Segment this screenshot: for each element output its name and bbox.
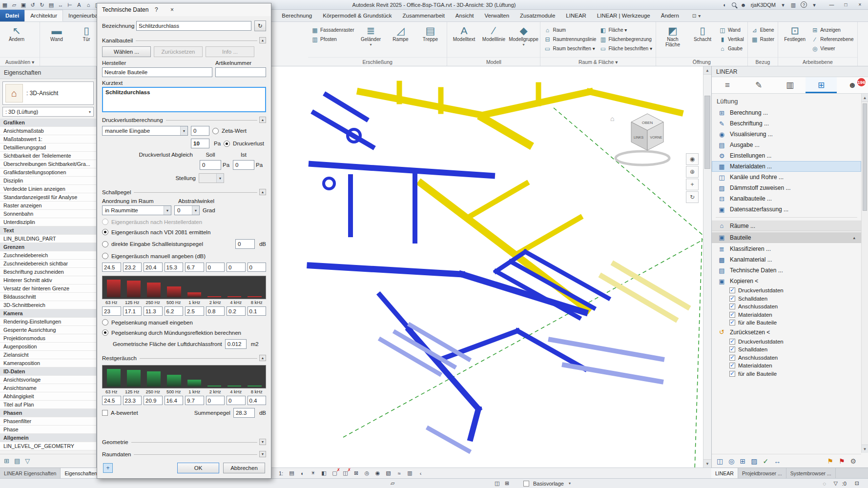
anordnung-combo[interactable]: in Raummitte▼ [102,205,171,215]
linear-item-visualization-icon[interactable]: ◉Visualisierung ... [712,129,861,140]
bezeichnung-input[interactable]: Schlitzdurchlass [136,21,251,31]
maximize-button[interactable]: □ [839,0,853,9]
eigengeraeusch-value-input[interactable]: 20.4 [144,263,163,272]
property-row[interactable]: Phase [0,426,96,434]
view-cube[interactable]: ⌂ OBEN LINKS VORNE [610,114,669,165]
dialog-close-button[interactable]: × [164,3,180,16]
a-bewertet-checkbox[interactable] [102,410,108,416]
eigengeraeusch-value-input[interactable]: 0 [227,263,246,272]
help-icon[interactable]: ? [801,1,807,8]
big-button-model-line-icon[interactable]: ∕Modelllinie [480,23,507,42]
flaeche-input[interactable]: 0.012 [225,339,247,349]
restgeraeusch-value-input[interactable]: 9.7 [185,396,204,405]
duct-tool-icon[interactable]: ◫ [717,457,723,465]
bottom-tab-projektbrowser-[interactable]: Projektbrowser ... [738,468,786,478]
parts-tool-icon[interactable]: ⊞ [740,457,745,465]
section-restgeraeusch[interactable]: Restgeräusch ▲ [102,354,266,363]
orbit-icon[interactable]: ↻ [686,191,699,203]
property-group-row[interactable]: Kamera [0,309,96,318]
stellung-combo[interactable]: ▼ [199,173,224,183]
big-button-railing-icon[interactable]: ≣Geländer▾ [357,23,384,47]
small-button-ref-plane-icon[interactable]: ∕Referenzebene [811,35,853,43]
ribbon-tab-ansicht[interactable]: Ansicht [450,10,479,21]
bottom-tab-systembrowser-[interactable]: Systembrowser ... [786,468,836,478]
property-row[interactable]: Ansichtsvorlage [0,376,96,384]
checked-checkbox[interactable] [729,363,735,368]
scroll-up-icon[interactable]: ▲ [703,66,711,75]
property-row[interactable]: Zuschneidebereich [0,251,96,260]
property-group-row[interactable]: Text [0,226,96,235]
section-collapse-icon[interactable]: ▲ [259,355,266,361]
panel-label-auswaehlen[interactable]: Auswählen ▾ [0,57,40,66]
open-icon[interactable]: ▱ [11,0,17,9]
linear-item-settings-gear-icon[interactable]: ⚙Einstellungen ... [712,150,861,161]
home-icon[interactable]: ⌂ [610,115,614,122]
canvas-vertical-scrollbar[interactable]: ▲ ▼ [703,66,711,468]
property-row[interactable]: Detaillierungsgrad [0,143,96,152]
linear-item-duct-material-icon[interactable]: ▩Kanalmaterial ... [712,254,861,265]
big-button-model-text-icon[interactable]: AModelltext [451,23,477,42]
option-checkbox-row[interactable]: Druckverlustdaten [712,286,861,295]
linear-item-ducts-pipes-icon[interactable]: ◫Kanäle und Rohre ... [712,172,861,183]
property-row[interactable]: Maßstabswert 1: [0,135,96,143]
druckverlust-radio[interactable] [224,141,230,147]
artikelnummer-input[interactable] [215,67,266,77]
ribbon-tab-berechnung[interactable]: Berechnung [276,10,317,21]
option-checkbox-row[interactable]: für alle Bauteile [712,319,861,327]
section-expand-icon[interactable]: ▼ [259,451,266,457]
pegelsenkung-value-input[interactable]: 23 [102,306,121,316]
property-group-row[interactable]: Grenzen [0,243,96,251]
property-row[interactable]: LIN_BUILDING_PART [0,235,96,243]
design-option-label[interactable]: Basisvorlage [533,479,564,488]
ok-button[interactable]: OK [177,463,219,473]
linear-scroll-down-icon[interactable]: ▼ [862,445,868,453]
small-button-level-icon[interactable]: ⊿Ebene [751,26,774,34]
restgeraeusch-value-input[interactable]: 23.3 [123,396,142,405]
property-row[interactable]: Abhängigkeit [0,392,96,401]
eigengeraeusch-vdi-radio[interactable] [102,229,108,235]
restgeraeusch-value-input[interactable]: 16.4 [165,396,184,405]
shadows-icon[interactable]: ◧ [319,469,329,477]
redo-icon[interactable]: ↻ [39,0,45,9]
props-filter-icon[interactable]: ▽ [25,457,30,465]
panel-label[interactable]: Raum & Fläche ▾ [540,57,655,66]
checked-checkbox[interactable] [729,355,735,361]
pegelsenkung-manuell-radio[interactable] [102,319,108,325]
zoom-icon[interactable]: ⊕ [686,166,699,178]
small-button-area-boundary-icon[interactable]: ▥Flächenbegrenzung [599,35,652,43]
checked-checkbox[interactable] [729,296,735,302]
cancel-button[interactable]: Abbrechen [223,463,265,473]
bottom-tab-linear-eigenschaften[interactable]: LINEAR Eigenschaften [0,468,61,478]
kurztext-textarea[interactable]: Schlitzdurchlass [102,87,266,112]
small-button-vertical-opening-icon[interactable]: ▮Vertikal [719,35,744,43]
worksharing-display-icon[interactable]: ▥ [405,469,414,477]
linear-item-duct-parts-icon[interactable]: ⊟Kanalbauteile ... [712,193,861,204]
big-button-shaft-opening-icon[interactable]: ▯Schacht [689,23,716,42]
section-expand-icon[interactable]: ▼ [259,439,266,445]
big-button-opening-by-face-icon[interactable]: ◩Nach Fläche [660,23,686,47]
property-row[interactable]: Unterdisziplin [0,218,96,226]
ribbon-tab-linear[interactable]: LINEAR [560,10,592,21]
schallleistung-input[interactable]: 0 [235,239,255,249]
small-button-room-icon[interactable]: ⌂Raum [544,26,596,34]
tool-settings-icon[interactable]: ⚙ [850,457,856,465]
big-button-model-group-icon[interactable]: ◆Modellgruppe▾ [510,23,537,47]
press-drag-toggle-icon[interactable]: ⊡ [855,479,859,488]
pegelsenkung-reflektion-radio[interactable] [102,329,108,336]
property-row[interactable]: Bildausschnitt [0,293,96,301]
temporary-properties-icon[interactable]: ▧ [384,469,393,477]
option-checkbox-row[interactable]: Materialdaten [712,362,861,370]
property-row[interactable]: Gesperrte Ausrichtung [0,326,96,334]
pegelsenkung-value-input[interactable]: 2.5 [185,306,204,316]
scroll-down-icon[interactable]: ▼ [703,459,711,468]
pegelsenkung-value-input[interactable]: 17.1 [123,306,142,316]
small-button-room-tag-icon[interactable]: ▭Raum beschriften ▾ [544,44,596,53]
restgeraeusch-value-input[interactable]: 0 [227,396,246,405]
small-button-workplane-viewer-icon[interactable]: ◎Viewer [811,44,853,53]
property-row[interactable]: LIN_LEVEL_OF_GEOMETRY [0,442,96,450]
linear-scroll-up-icon[interactable]: ▲ [862,94,868,102]
print-icon[interactable]: ▤ [48,0,54,9]
undo-icon[interactable]: ↺ [30,0,36,9]
visual-style-icon[interactable]: ◐ [298,469,307,477]
property-row[interactable]: Rendering-Einstellungen [0,318,96,326]
